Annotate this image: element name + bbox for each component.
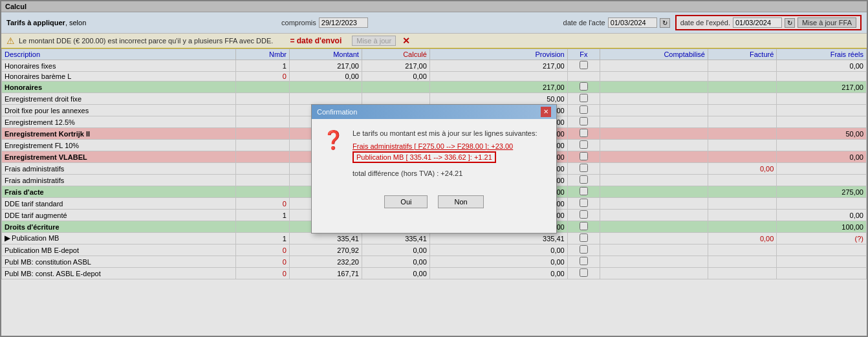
dialog-line1: Frais administratifs [ F275.00 --> F298.…	[353, 142, 546, 150]
dialog-non-button[interactable]: Non	[438, 195, 483, 208]
dialog-line2-wrapper: Publication MB [ 335.41 --> 336.62 ]: +1…	[353, 151, 546, 166]
dialog-oui-button[interactable]: Oui	[384, 195, 428, 208]
dialog-buttons: Oui Non	[312, 188, 556, 216]
dialog-titlebar: Confirmation ✕	[312, 105, 556, 119]
dialog-content: Le tarifs ou montant est mis à jour sur …	[353, 129, 546, 177]
confirmation-dialog: Confirmation ✕ ❓ Le tarifs ou montant es…	[311, 104, 557, 234]
dialog-message: Le tarifs ou montant est mis à jour sur …	[353, 129, 546, 137]
dialog-close-button[interactable]: ✕	[541, 107, 551, 117]
dialog-overlay: Confirmation ✕ ❓ Le tarifs ou montant es…	[1, 1, 867, 336]
dialog-title: Confirmation	[317, 108, 357, 116]
dialog-body: ❓ Le tarifs ou montant est mis à jour su…	[312, 119, 556, 188]
dialog-total: total différence (hors TVA) : +24.21	[353, 169, 546, 177]
dialog-question-icon: ❓	[322, 129, 345, 177]
main-window: Calcul Tarifs à appliquer, selon comprom…	[0, 0, 868, 337]
dialog-line2: Publication MB [ 335.41 --> 336.62 ]: +1…	[353, 151, 496, 163]
